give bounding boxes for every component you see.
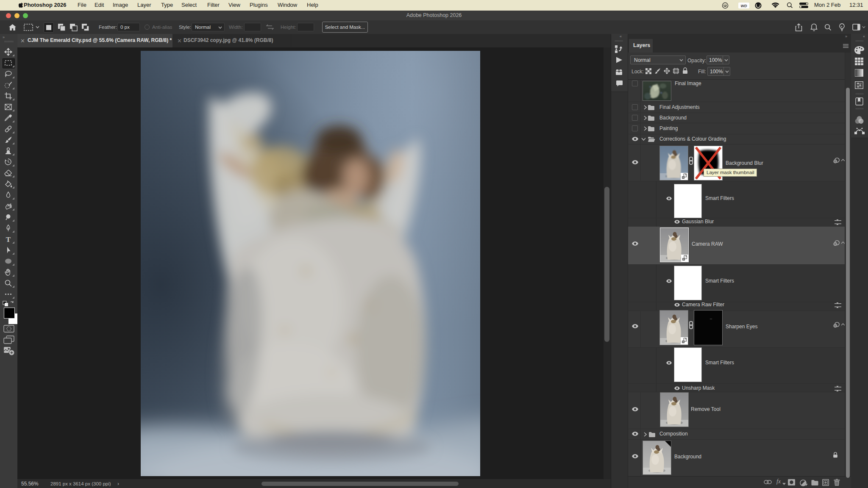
svg-text:WD: WD <box>741 4 747 8</box>
svg-text:T: T <box>6 236 11 244</box>
